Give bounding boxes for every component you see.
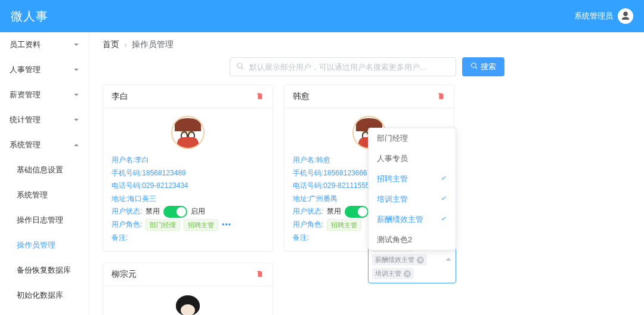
main-content: 首页 › 操作员管理 搜索 李白 用户 bbox=[89, 32, 644, 315]
remove-tag-icon[interactable] bbox=[404, 270, 411, 277]
sidebar: 员工资料 人事管理 薪资管理 统计管理 系统管理 基础信息设置 系统管理 操作日… bbox=[0, 32, 89, 315]
sidebar-sub-operator[interactable]: 操作员管理 bbox=[0, 233, 89, 258]
remove-tag-icon[interactable] bbox=[417, 257, 424, 264]
role-tag: 招聘主管 bbox=[184, 219, 218, 231]
operator-avatar bbox=[171, 294, 205, 315]
delete-button[interactable] bbox=[437, 92, 445, 102]
search-input-wrapper[interactable] bbox=[230, 57, 456, 76]
operator-card: 李白 用户名:李白 手机号码:18568123489 电话号码:029-8212… bbox=[103, 85, 273, 252]
sidebar-item-stats[interactable]: 统计管理 bbox=[0, 107, 89, 132]
status-switch[interactable] bbox=[345, 206, 369, 218]
sidebar-sub-init-db[interactable]: 初始化数据库 bbox=[0, 283, 89, 308]
selected-role-tag: 培训主管 bbox=[372, 268, 414, 279]
role-option[interactable]: 部门经理 bbox=[369, 128, 456, 149]
role-dropdown[interactable]: 部门经理 人事专员 招聘主管 培训主管 薪酬绩效主管 测试角色2 bbox=[368, 128, 456, 251]
delete-button[interactable] bbox=[256, 92, 264, 102]
avatar-icon bbox=[618, 8, 633, 24]
top-bar: 微人事 系统管理员 bbox=[0, 0, 644, 32]
sidebar-sub-oplog[interactable]: 操作日志管理 bbox=[0, 208, 89, 233]
chevron-down-icon bbox=[73, 41, 79, 50]
role-tag: 部门经理 bbox=[145, 219, 180, 231]
sidebar-item-system[interactable]: 系统管理 bbox=[0, 132, 89, 158]
search-bar: 搜索 bbox=[103, 57, 631, 76]
chevron-up-icon bbox=[73, 141, 79, 150]
operator-cards: 李白 用户名:李白 手机号码:18568123489 电话号码:029-8212… bbox=[103, 85, 631, 315]
sidebar-item-hr[interactable]: 人事管理 bbox=[0, 57, 89, 82]
check-icon bbox=[440, 175, 447, 184]
check-icon bbox=[440, 195, 447, 204]
sidebar-item-salary[interactable]: 薪资管理 bbox=[0, 82, 89, 107]
role-tag: 招聘主管 bbox=[327, 219, 361, 231]
search-icon bbox=[470, 62, 478, 72]
brand-title: 微人事 bbox=[11, 8, 48, 24]
role-option[interactable]: 薪酬绩效主管 bbox=[369, 209, 456, 230]
page-body: 员工资料 人事管理 薪资管理 统计管理 系统管理 基础信息设置 系统管理 操作日… bbox=[0, 32, 644, 315]
edit-roles-button[interactable]: ••• bbox=[222, 218, 231, 231]
status-switch[interactable] bbox=[163, 206, 187, 218]
breadcrumb: 首页 › 操作员管理 bbox=[103, 39, 631, 50]
current-user-label: 系统管理员 bbox=[574, 11, 613, 21]
role-option[interactable]: 人事专员 bbox=[369, 149, 456, 169]
chevron-down-icon bbox=[73, 66, 79, 75]
operator-card: 柳宗元 用户名:柳宗元 手机号码:18568123377 电话号码:029-82… bbox=[103, 262, 273, 315]
check-icon bbox=[440, 215, 447, 224]
chevron-up-icon bbox=[445, 255, 452, 264]
breadcrumb-home[interactable]: 首页 bbox=[103, 39, 119, 50]
delete-button[interactable] bbox=[256, 270, 264, 280]
current-user[interactable]: 系统管理员 bbox=[574, 8, 633, 24]
sidebar-sub-backup[interactable]: 备份恢复数据库 bbox=[0, 258, 89, 283]
selected-role-tag: 薪酬绩效主管 bbox=[372, 254, 427, 265]
search-button[interactable]: 搜索 bbox=[462, 57, 504, 76]
sidebar-sub-basic-info[interactable]: 基础信息设置 bbox=[0, 158, 89, 183]
role-option[interactable]: 测试角色2 bbox=[369, 230, 456, 250]
search-input[interactable] bbox=[248, 62, 450, 72]
chevron-down-icon bbox=[73, 91, 79, 100]
sidebar-sub-system-mgmt[interactable]: 系统管理 bbox=[0, 183, 89, 208]
role-option[interactable]: 招聘主管 bbox=[369, 169, 456, 189]
operator-avatar bbox=[171, 116, 205, 149]
search-icon bbox=[236, 62, 244, 72]
breadcrumb-current: 操作员管理 bbox=[132, 39, 174, 50]
operator-name: 柳宗元 bbox=[112, 269, 137, 280]
operator-name: 李白 bbox=[112, 91, 128, 102]
sidebar-item-staff[interactable]: 员工资料 bbox=[0, 32, 89, 57]
chevron-down-icon bbox=[73, 116, 79, 125]
chevron-right-icon: › bbox=[124, 40, 127, 50]
role-option[interactable]: 培训主管 bbox=[369, 189, 456, 209]
operator-name: 韩愈 bbox=[293, 91, 309, 102]
